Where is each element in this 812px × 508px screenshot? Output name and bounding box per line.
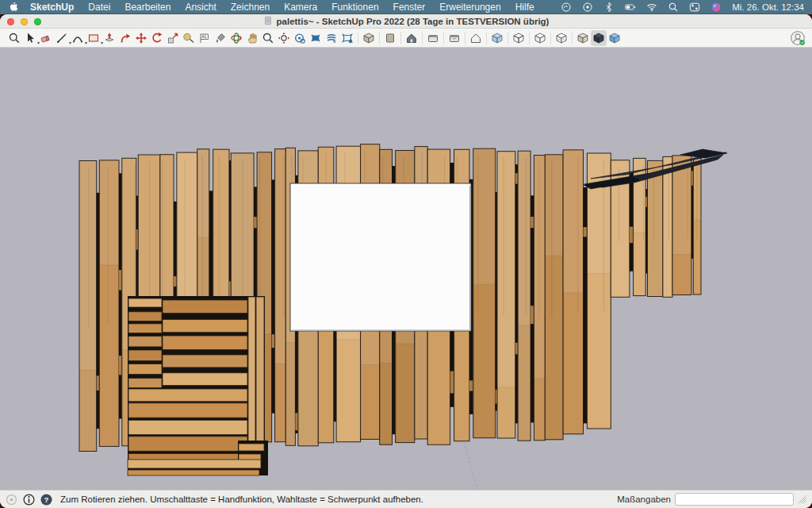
svg-text:A1: A1 [201,34,206,39]
scale-tool-button[interactable] [165,30,181,46]
zoom-extents-tool-button[interactable] [276,30,292,46]
zoom-tool-button[interactable] [260,30,276,46]
zoom-button[interactable] [34,18,41,25]
back-edges-style-tool-button[interactable] [553,30,569,46]
battery-menu-icon[interactable] [625,2,636,13]
flip-edge-tool-button[interactable] [308,30,324,46]
orbit-icon [230,32,243,44]
follow-me-tool-button[interactable] [117,30,133,46]
account-icon [790,30,806,46]
minimize-button[interactable] [21,18,28,25]
creative-cloud-icon [561,2,572,13]
resize-grip-icon [798,495,807,504]
pan-icon [246,32,259,44]
right-view-icon [448,32,461,44]
toolbar-separator [398,32,404,44]
wifi-icon [646,2,657,13]
back-view-tool-button[interactable] [468,30,484,46]
search-icon [8,32,21,44]
sandbox-contours-tool-button[interactable] [324,30,339,46]
measurements-input[interactable] [675,493,794,506]
toolbar-separator [462,32,468,44]
pan-tool-button[interactable] [244,30,260,46]
close-button[interactable] [7,18,14,25]
text-tool-button[interactable]: A1 [197,30,213,46]
select-icon [24,32,36,44]
sandbox-detail-tool-button[interactable] [339,30,355,46]
shaded-style-tool-button[interactable] [591,30,607,46]
eraser-tool-button[interactable] [38,30,54,46]
siri-menu-icon[interactable] [710,2,722,13]
position-camera-tool-button[interactable] [292,30,308,46]
menu-bearbeiten[interactable]: Bearbeiten [117,0,178,14]
bluetooth-icon [603,2,615,13]
front-view-tool-button[interactable] [425,30,441,46]
monochrome-style-tool-button[interactable] [575,30,591,46]
search-tool-button[interactable] [6,30,22,46]
menu-funktionen[interactable]: Funktionen [324,0,385,14]
measurements-label: Maßangaben [617,495,671,504]
menu-datei[interactable]: Datei [81,0,117,14]
toolbar-separator [505,32,511,44]
push-pull-icon [103,32,116,44]
line-tool-button[interactable]: ▾ [54,30,70,46]
screen-record-icon [582,2,593,13]
sandbox-detail-icon [341,32,354,44]
screen-record-menu-icon[interactable] [582,2,593,13]
wireframe-style-icon [512,32,525,44]
right-view-tool-button[interactable] [446,30,462,46]
resize-grip[interactable] [798,495,807,504]
orbit-tool-button[interactable] [228,30,244,46]
rotate-tool-button[interactable] [149,30,165,46]
toolbar-separator [355,32,361,44]
toolbar-separator [377,32,382,44]
menu-sketchup[interactable]: SketchUp [23,0,81,14]
iso-view-tool-button[interactable] [361,30,377,46]
paint-bucket-tool-button[interactable] [213,30,228,46]
arc-tool-button[interactable]: ▾ [70,30,86,46]
account-button[interactable] [790,30,806,46]
move-tool-button[interactable] [133,30,149,46]
xray-style-tool-button[interactable] [489,30,505,46]
home-view-tool-button[interactable] [404,30,419,46]
control-center-menu-icon[interactable] [689,2,700,13]
spotlight-icon [668,2,679,13]
hidden-line-style-icon [534,32,546,44]
rectangle-tool-button[interactable]: ▾ [86,30,102,46]
select-tool-button[interactable]: ▾ [22,30,38,46]
menu-kamera[interactable]: Kamera [277,0,324,14]
location-icon [5,493,18,506]
menu-hilfe[interactable]: Hilfe [508,0,542,14]
apple-menu[interactable] [8,2,18,13]
menu-bar-clock[interactable]: Mi. 26. Okt. 12:34 [732,2,804,12]
axis-line [464,442,477,490]
menu-zeichnen[interactable]: Zeichnen [224,0,277,14]
spotlight-menu-icon[interactable] [668,2,679,13]
sketchup-window: palettis~ - SketchUp Pro 2022 (28 Tage i… [0,14,812,508]
zoom-extents-icon [278,32,290,44]
bluetooth-menu-icon[interactable] [603,2,615,13]
wifi-menu-icon[interactable] [646,2,657,13]
info-status-icon[interactable] [22,493,36,506]
location-status-icon[interactable] [5,493,18,506]
front-view-icon [427,32,439,44]
creative-cloud-menu-icon[interactable] [561,2,572,13]
menu-erweiterungen[interactable]: Erweiterungen [432,0,508,14]
menu-fenster[interactable]: Fenster [386,0,433,14]
move-icon [135,32,147,44]
flip-edge-icon [309,32,322,44]
push-pull-tool-button[interactable] [102,30,117,46]
menu-ansicht[interactable]: Ansicht [178,0,223,14]
window-opening [290,183,471,331]
menu-bar-status-icons [561,2,722,13]
paint-bucket-icon [214,32,227,44]
help-status-icon[interactable]: ? [40,493,53,506]
tape-measure-tool-button[interactable] [181,30,197,46]
hidden-line-style-tool-button[interactable] [532,30,548,46]
shaded-textures-style-tool-button[interactable] [607,30,622,46]
rectangle-icon [87,32,100,44]
wireframe-style-tool-button[interactable] [511,30,527,46]
top-view-tool-button[interactable] [382,30,398,46]
xray-style-icon [491,32,504,44]
model-canvas[interactable] [0,48,812,490]
